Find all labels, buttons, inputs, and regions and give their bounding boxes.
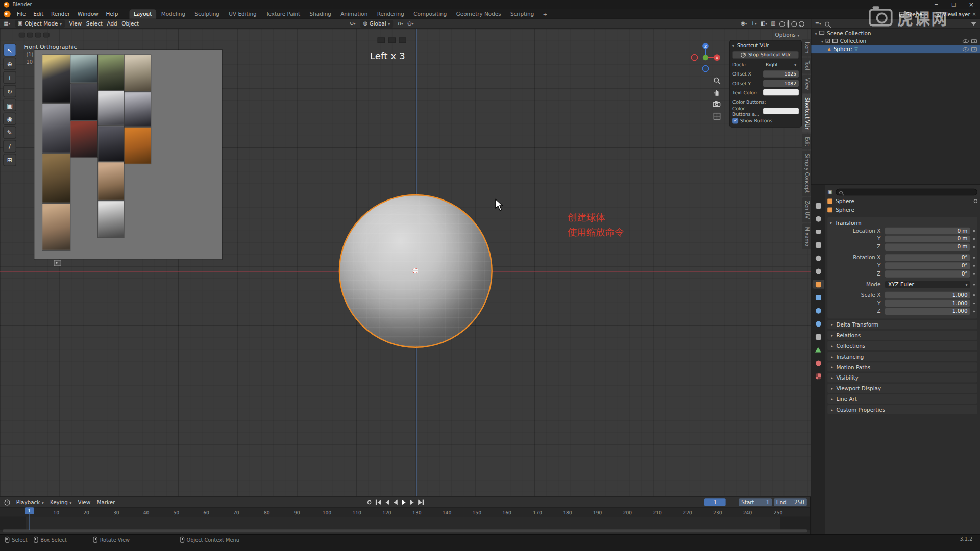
select-box-tool[interactable] [3,44,16,56]
frame-start-field[interactable]: Start1 [739,498,772,506]
section-visibility[interactable]: Visibility [827,373,977,382]
view-menu[interactable]: View [69,20,82,27]
tab-edit[interactable]: Edit [802,134,811,149]
tool-properties-tab[interactable] [812,201,824,210]
tab-shortcut-vur[interactable]: Shortcut VUr [802,94,811,133]
shading-rendered-button[interactable] [799,21,804,27]
material-properties-tab[interactable] [812,359,824,367]
workspace-tab-scripting[interactable]: Scripting [506,9,538,18]
shading-solid-button[interactable] [787,20,790,28]
select-menu[interactable]: Select [86,20,103,27]
keying-menu[interactable]: Keying [50,499,71,505]
output-properties-tab[interactable] [812,228,824,236]
ortho-toggle-icon[interactable] [712,111,721,120]
search-icon[interactable] [825,21,829,26]
object-menu[interactable]: Object [121,20,139,27]
object-name-row[interactable]: Sphere [827,206,977,214]
workspace-tab-texture-paint[interactable]: Texture Paint [261,9,304,18]
text-color-swatch[interactable] [763,89,799,95]
outliner-row-collection[interactable]: Collection [811,37,980,45]
view-layer-properties-tab[interactable] [812,240,824,249]
viewport-toggle-icon[interactable] [27,33,33,38]
shading-material-button[interactable] [791,21,797,27]
image-icon[interactable] [54,260,61,266]
add-primitive-tool[interactable] [3,154,16,166]
show-buttons-checkbox[interactable] [732,118,738,123]
color-buttons-swatch[interactable] [763,108,799,114]
location-z-field[interactable]: 0 m [885,243,970,250]
decorate-icon[interactable] [973,302,975,304]
dock-dropdown[interactable]: Right [763,61,799,67]
properties-search-input[interactable] [836,189,977,195]
close-button[interactable] [963,0,980,9]
frame-end-field[interactable]: End250 [774,498,807,506]
tab-tool[interactable]: Tool [802,58,811,73]
decorate-icon[interactable] [973,230,975,232]
mode-dropdown[interactable]: Object Mode [15,20,65,28]
workspace-tab-geometry-nodes[interactable]: Geometry Nodes [452,9,505,18]
previous-keyframe-button[interactable] [386,500,389,505]
workspace-tab-shading[interactable]: Shading [305,9,335,18]
maximize-button[interactable] [945,0,962,9]
section-delta-transform[interactable]: Delta Transform [827,320,977,329]
workspace-tab-modeling[interactable]: Modeling [157,9,189,18]
menu-file[interactable]: File [13,11,30,17]
shortcut-panel-header[interactable]: Shortcut VUr [732,43,799,48]
render-properties-tab[interactable] [812,214,824,223]
jump-to-start-button[interactable] [376,500,381,505]
expand-icon[interactable] [821,38,823,44]
rotation-x-field[interactable]: 0° [885,254,970,261]
scale-y-field[interactable]: 1.000 [885,299,970,306]
viewlayer-selector[interactable]: ViewLayer × [936,11,976,17]
zoom-icon[interactable] [712,76,721,85]
tab-simply-concept[interactable]: Simply Concept [802,151,811,196]
viewport-toggle-icon[interactable] [19,33,25,38]
tab-view[interactable]: View [802,75,811,93]
rotation-y-field[interactable]: 0° [885,262,970,269]
workspace-tab-layout[interactable]: Layout [129,9,156,18]
playback-menu[interactable]: Playback [16,499,44,505]
viewport-toggle-icon[interactable] [43,33,49,38]
transform-tool[interactable] [3,112,16,124]
decorate-icon[interactable] [973,283,975,285]
hide-in-viewport-icon[interactable] [963,39,969,43]
pan-hand-icon[interactable] [712,87,721,96]
section-collections[interactable]: Collections [827,341,977,350]
object-data-properties-tab[interactable] [812,345,824,354]
annotate-tool[interactable] [3,126,16,138]
marker-menu[interactable]: Marker [96,499,115,505]
timeline-view-menu[interactable]: View [78,499,90,505]
transform-orientation-dropdown[interactable]: Global [360,20,393,28]
move-tool[interactable] [3,71,16,84]
decorate-icon[interactable] [973,272,975,274]
location-x-field[interactable]: 0 m [885,227,970,234]
add-workspace-button[interactable]: + [539,10,551,19]
menu-help[interactable]: Help [102,11,121,17]
timeline-scrollbar[interactable] [3,529,807,532]
play-button[interactable] [402,500,405,505]
viewport-canvas[interactable]: Front Orthographic (1) 10 [0,29,811,496]
disable-in-render-icon[interactable] [971,39,977,43]
transform-panel-header[interactable]: Transform [830,219,975,227]
scale-tool[interactable] [3,98,16,111]
measure-tool[interactable] [3,140,16,152]
texture-properties-tab[interactable] [812,372,824,381]
next-keyframe-button[interactable] [410,500,413,505]
playhead[interactable]: 1 [24,507,34,514]
tab-item[interactable]: Item [802,39,811,57]
gizmos-toggle[interactable] [751,21,757,27]
scale-x-field[interactable]: 1.000 [885,291,970,298]
jump-to-end-button[interactable] [418,500,424,505]
collection-checkbox[interactable] [826,39,830,43]
location-y-field[interactable]: 0 m [885,235,970,242]
editor-type-icon[interactable] [4,21,10,27]
constraints-properties-tab[interactable] [812,332,824,341]
modifier-properties-tab[interactable] [812,293,824,302]
hide-in-viewport-icon[interactable] [963,47,969,51]
snap-toggle[interactable] [398,21,403,27]
decorate-icon[interactable] [973,238,975,240]
particles-properties-tab[interactable] [812,306,824,315]
current-frame-field[interactable]: 1 [704,498,726,506]
rotate-tool[interactable] [3,85,16,97]
rotation-mode-dropdown[interactable]: XYZ Euler [885,281,970,287]
